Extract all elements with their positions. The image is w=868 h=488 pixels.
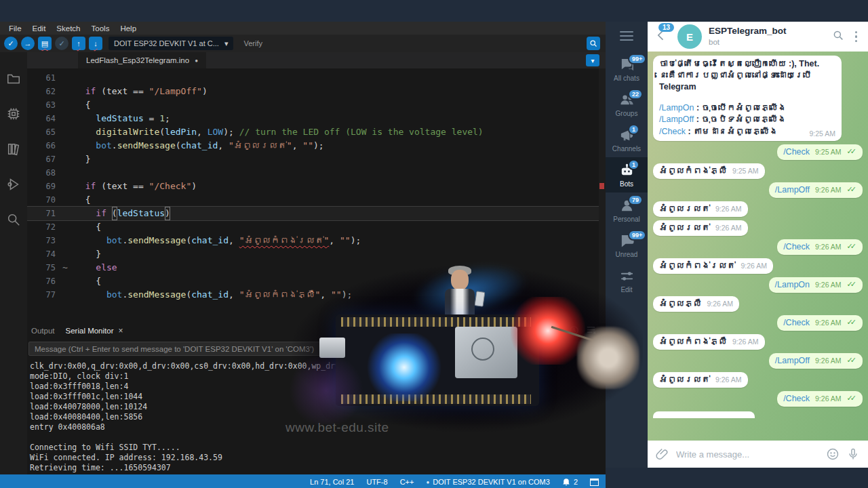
bot-command-link[interactable]: /LampOn — [659, 103, 694, 113]
library-manager-icon[interactable] — [6, 142, 21, 157]
panel-toggle-icon[interactable] — [590, 479, 599, 486]
incoming-message[interactable]: អំពូលភ្លឺ9:26 AM — [653, 296, 739, 312]
sidebar-item-channels[interactable]: 1Channels — [606, 122, 648, 157]
bot-command-link[interactable]: /LampOff — [659, 115, 694, 124]
welcome-command-line: /LampOff : ចុចបិទអំពូលភ្លើង — [659, 114, 835, 126]
code-line-73[interactable]: 73 bot.sendMessage(chat_id, "អំពូលកំពង់រ… — [27, 234, 601, 247]
clear-output-icon[interactable] — [586, 325, 596, 336]
code-line-68[interactable]: 68 — [27, 166, 601, 180]
sidebar-item-edit[interactable]: Edit — [606, 263, 648, 298]
sidebar-item-unread[interactable]: 99+Unread — [606, 228, 648, 263]
import-down-button[interactable]: ↓ — [89, 37, 102, 50]
sketchbook-folder-icon[interactable] — [6, 71, 21, 86]
menu-hamburger-icon[interactable] — [620, 31, 633, 41]
sidebar-item-all-chats[interactable]: 99+All chats — [606, 52, 648, 87]
kebab-menu-icon[interactable] — [851, 30, 862, 44]
code-line-72[interactable]: 72 { — [27, 220, 601, 234]
code-token — [75, 180, 85, 193]
menu-help[interactable]: Help — [115, 23, 141, 34]
code-line-67[interactable]: 67 } — [27, 152, 601, 166]
serial-message-input[interactable] — [28, 342, 585, 356]
outgoing-message[interactable]: /Check9:26 AM✓✓ — [777, 315, 863, 331]
sidebar-item-personal[interactable]: 79Personal — [606, 192, 648, 228]
board-port-status[interactable]: ● DOIT ESP32 DEVKIT V1 on COM3 — [426, 478, 549, 486]
code-line-66[interactable]: 66 bot.sendMessage(chat_id, "អំពូលរលត់",… — [27, 139, 601, 152]
message-text[interactable]: /LampOff — [775, 356, 810, 365]
timestamp-icon[interactable] — [569, 325, 579, 336]
incoming-message[interactable]: អំពូលកំពង់ភ្លឺ9:26 AM — [653, 334, 765, 350]
message-text[interactable]: /Check — [783, 394, 810, 403]
language-mode[interactable]: C++ — [400, 478, 414, 486]
code-line-69[interactable]: 69 if (text == "/Check") — [27, 180, 601, 193]
code-line-71[interactable]: 71 if (ledStatus) — [27, 207, 601, 220]
sidebar-item-bots[interactable]: 1Bots — [606, 157, 648, 192]
incoming-message[interactable]: អំពូលកំពង់ភ្លឺ9:25 AM — [653, 163, 765, 179]
search-icon[interactable] — [832, 29, 844, 44]
notifications[interactable]: 2 — [562, 478, 578, 487]
sketch-button[interactable]: ▤ — [38, 37, 52, 50]
message-text[interactable]: /Check — [783, 318, 810, 327]
outgoing-message[interactable]: /Check9:26 AM✓✓ — [777, 391, 863, 407]
port-dot-icon: ● — [426, 479, 429, 485]
attach-paperclip-icon[interactable] — [656, 447, 669, 461]
code-line-65[interactable]: 65 digitalWrite(ledPin, LOW); // turn th… — [27, 125, 601, 139]
code-line-77[interactable]: 77 bot.sendMessage(chat_id, "អំពូលកំពង់ភ… — [27, 288, 601, 302]
cursor-position[interactable]: Ln 71, Col 21 — [310, 478, 354, 486]
menu-sketch[interactable]: Sketch — [52, 23, 85, 34]
board-selector-dropdown[interactable]: DOIT ESP32 DEVKIT V1 at C... ▾ — [108, 37, 233, 50]
incoming-message[interactable]: អំពូលរលត់9:26 AM — [653, 201, 748, 217]
message-text[interactable]: /LampOn — [775, 280, 810, 289]
back-button[interactable]: 13 — [654, 28, 671, 45]
chat-message-list[interactable]: ចាប់ផ្តើមធ្វើតេស្តល្បឿកហើយ :), Thet.នេះគ… — [648, 52, 868, 441]
sidebar-item-groups[interactable]: 22Groups — [606, 87, 648, 122]
incoming-message[interactable]: អំពូលរលត់9:26 AM — [653, 220, 748, 236]
upload-button[interactable]: → — [21, 37, 35, 50]
message-time: 9:26 AM — [741, 262, 768, 270]
search-icon[interactable] — [6, 212, 21, 227]
code-line-75[interactable]: 75~ else — [27, 261, 601, 274]
boards-manager-icon[interactable] — [6, 106, 21, 121]
incoming-message[interactable]: អំពូលរលត់9:26 AM — [653, 372, 748, 388]
message-text[interactable]: /LampOff — [775, 185, 810, 195]
code-line-74[interactable]: 74 } — [27, 247, 601, 261]
serial-monitor-button[interactable] — [587, 37, 600, 50]
avatar[interactable]: E — [677, 24, 702, 49]
code-line-76[interactable]: 76 { — [27, 274, 601, 288]
encoding[interactable]: UTF-8 — [366, 478, 387, 486]
code-token: ledPin — [165, 125, 197, 139]
microphone-icon[interactable] — [846, 447, 860, 461]
outgoing-message[interactable]: /LampOff9:26 AM✓✓ — [769, 182, 863, 198]
code-line-70[interactable]: 70 { — [27, 193, 601, 207]
menu-file[interactable]: File — [4, 23, 26, 34]
message-text[interactable]: /Check — [783, 242, 810, 251]
gutter-marker — [62, 180, 75, 193]
close-icon[interactable]: × — [118, 326, 123, 336]
debug-icon[interactable] — [6, 177, 21, 192]
outgoing-message[interactable]: /LampOff9:26 AM✓✓ — [769, 353, 863, 369]
export-up-button[interactable]: ↑ — [72, 37, 85, 50]
code-line-61[interactable]: 61 — [27, 71, 601, 85]
debug-button[interactable]: ✓ — [55, 37, 68, 50]
bot-command-link[interactable]: /Check — [659, 127, 686, 136]
message-input[interactable] — [676, 449, 819, 460]
code-token: chat_id — [191, 234, 229, 247]
tab-serial-monitor[interactable]: Serial Monitor × — [66, 326, 123, 336]
tab-list-dropdown-button[interactable]: ▾ — [586, 54, 599, 66]
chat-title-box[interactable]: ESPTelegram_bot bot — [709, 26, 825, 47]
tab-output[interactable]: Output — [31, 327, 55, 335]
message-text[interactable]: /Check — [783, 147, 810, 157]
verify-button[interactable]: ✓ — [4, 37, 18, 50]
code-line-62[interactable]: 62 if (text == "/LampOff") — [27, 85, 601, 98]
outgoing-message[interactable]: /LampOn9:26 AM✓✓ — [769, 277, 863, 293]
code-editor[interactable]: 61 62 if (text == "/LampOff")63 {64 ledS… — [27, 68, 601, 323]
code-line-64[interactable]: 64 ledStatus = 1; — [27, 112, 601, 125]
menu-tools[interactable]: Tools — [87, 23, 115, 34]
emoji-smiley-icon[interactable] — [826, 447, 840, 461]
code-line-63[interactable]: 63 { — [27, 98, 601, 112]
incoming-message[interactable]: អំពូលកំពង់រលត់9:26 AM — [653, 258, 773, 274]
outgoing-message[interactable]: /Check9:26 AM✓✓ — [777, 239, 863, 255]
tab-sketch-file[interactable]: LedFlash_Esp32Telegram.ino ● — [78, 52, 206, 68]
menu-edit[interactable]: Edit — [28, 23, 51, 34]
outgoing-message[interactable]: /Check9:25 AM✓✓ — [777, 144, 863, 160]
editor-scrollbar[interactable] — [599, 68, 606, 323]
